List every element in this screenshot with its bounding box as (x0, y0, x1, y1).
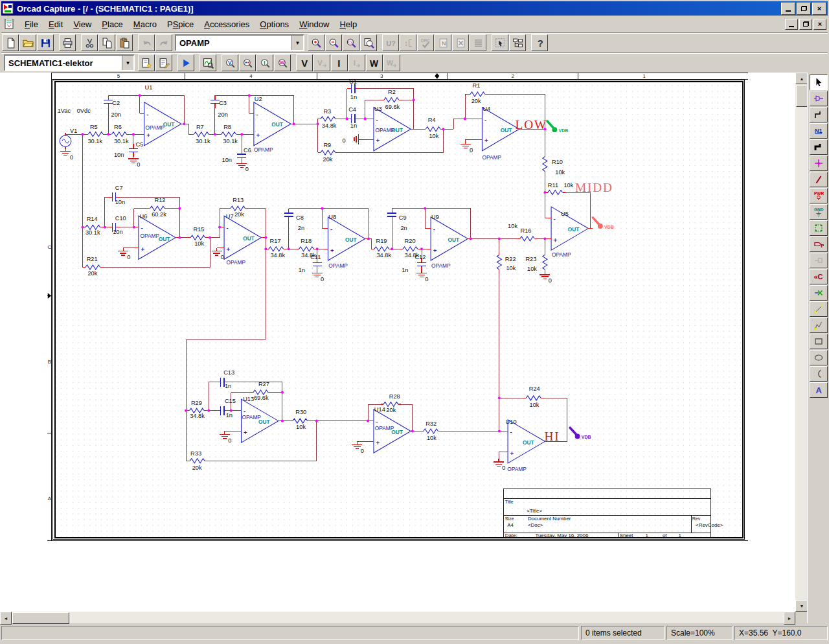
place-ground-tool[interactable]: GND (810, 204, 828, 220)
place-bus-tool[interactable] (810, 139, 828, 155)
place-rectangle-tool[interactable] (810, 334, 828, 349)
vertical-scrollbar[interactable]: ▲ ▼ (795, 73, 807, 612)
bias-voltage-button[interactable]: V (296, 54, 313, 71)
junction-dot (178, 207, 181, 210)
child-close-button[interactable]: × (813, 19, 826, 30)
place-junction-tool[interactable] (810, 155, 828, 171)
scroll-up-button[interactable]: ▲ (795, 73, 808, 84)
junction-dot (424, 207, 426, 210)
menu-macro[interactable]: Macro (128, 17, 162, 31)
place-ellipse-tool[interactable] (810, 350, 828, 365)
bias-power-button[interactable]: W (366, 54, 383, 71)
restore-button[interactable] (797, 3, 811, 15)
bias-current-button[interactable]: I (331, 54, 348, 71)
place-hier-block-tool[interactable] (810, 220, 828, 236)
menu-edit[interactable]: Edit (43, 17, 68, 31)
junction-dot (139, 94, 141, 97)
place-bus-entry-tool[interactable] (810, 172, 828, 187)
Vd-icon: V (317, 58, 328, 69)
zoom-all-button[interactable] (360, 34, 377, 51)
junction-dot (264, 247, 267, 250)
menu-help[interactable]: Help (334, 17, 362, 31)
child-minimize-button[interactable] (785, 19, 798, 30)
print-icon (62, 38, 73, 49)
menu-pspice[interactable]: PSpice (162, 17, 199, 31)
place-power-tool[interactable]: PWR (810, 188, 828, 203)
copy-button[interactable] (98, 34, 115, 51)
part-combobox-dropdown-icon[interactable]: ▼ (291, 36, 303, 50)
menu-file[interactable]: File (19, 17, 43, 31)
scroll-down-button[interactable]: ▼ (795, 600, 808, 612)
status-selection: 0 items selected (581, 626, 664, 640)
minimize-button[interactable] (781, 3, 795, 15)
save-button[interactable] (37, 34, 54, 51)
child-restore-button[interactable] (799, 19, 812, 30)
junction-dot (464, 117, 466, 120)
close-button[interactable]: × (812, 3, 826, 15)
horizontal-scrollbar[interactable]: ◄ ► (0, 612, 795, 623)
part-combobox[interactable]: OPAMP▼ (175, 34, 304, 51)
view-sim-results-button[interactable] (199, 54, 216, 71)
place-line-tool[interactable] (810, 301, 828, 317)
place-no-connect-tool[interactable] (810, 285, 828, 301)
junction-dot (498, 430, 501, 432)
place-wire-tool[interactable] (810, 107, 828, 122)
voltage-marker-button[interactable]: V (221, 54, 238, 71)
schematic-combobox-dropdown-icon[interactable]: ▼ (122, 56, 133, 70)
edit-sim-profile-button[interactable] (155, 54, 172, 71)
run-pspice-button[interactable] (177, 54, 194, 71)
print-button[interactable] (59, 34, 76, 51)
current-marker-button[interactable]: I (256, 54, 273, 71)
horizontal-scroll-thumb[interactable] (12, 612, 69, 624)
svg-text:20k: 20k (323, 156, 333, 163)
menu-options[interactable]: Options (255, 17, 294, 31)
status-message (1, 626, 579, 640)
place-off-page-tool[interactable]: «C (810, 269, 828, 284)
help-button[interactable]: ? (531, 34, 548, 51)
svg-text:30.1k: 30.1k (114, 138, 129, 144)
power-marker-button[interactable]: W (274, 54, 291, 71)
place-net-alias-tool[interactable]: N1 (810, 123, 828, 139)
zoom-in-button[interactable] (308, 34, 324, 51)
cut-button[interactable] (81, 34, 98, 51)
paste-button[interactable] (116, 34, 133, 51)
schematic-canvas[interactable]: 54321CBATitle<Title>SizeA4Document Numbe… (0, 73, 795, 612)
zoom-area-button[interactable] (343, 34, 359, 51)
scroll-right-button[interactable]: ► (784, 612, 795, 625)
svg-text:R2: R2 (388, 89, 396, 95)
svg-text:R21: R21 (87, 256, 98, 262)
open-button[interactable] (19, 34, 36, 51)
svg-text:C2: C2 (112, 100, 120, 106)
place-polyline-tool[interactable] (810, 317, 828, 333)
place-text-tool[interactable]: A (810, 382, 828, 398)
vertical-scroll-thumb[interactable] (796, 85, 808, 107)
svg-text:GND: GND (814, 207, 824, 212)
voltage-diff-marker-button[interactable] (239, 54, 256, 71)
place-arc-tool[interactable] (810, 366, 828, 382)
place-part-tool[interactable] (810, 91, 828, 106)
snap-to-grid-button[interactable] (492, 34, 508, 51)
menu-place[interactable]: Place (97, 17, 128, 31)
scroll-left-button[interactable]: ◄ (0, 612, 12, 625)
hierarchy-button[interactable] (509, 34, 526, 51)
new-button[interactable] (2, 34, 19, 51)
svg-text:0: 0 (221, 254, 224, 260)
schematic-combobox[interactable]: SCHEMATIC1-elektor▼ (4, 54, 135, 71)
tool-palette: N1PWRGNDP«CA (807, 73, 829, 623)
menu-view[interactable]: View (68, 17, 97, 31)
zoom-out-button[interactable] (325, 34, 342, 51)
menu-window[interactable]: Window (294, 17, 334, 31)
svg-text:0Vdc: 0Vdc (77, 108, 91, 114)
schematic-page[interactable]: 54321CBATitle<Title>SizeA4Document Numbe… (0, 73, 795, 612)
place-port-tool[interactable]: P (810, 236, 828, 252)
select-tool[interactable] (810, 75, 828, 90)
svg-text:B: B (48, 359, 51, 365)
svg-text:34.8k: 34.8k (270, 252, 285, 259)
new-sim-profile-button[interactable] (138, 54, 155, 71)
menu-accessories[interactable]: Accessories (199, 17, 255, 31)
netlist-button: N (435, 34, 451, 51)
svg-text:OUT: OUT (159, 236, 171, 242)
svg-text:R9: R9 (323, 142, 331, 148)
svg-text:10k: 10k (427, 435, 437, 441)
svg-text:-: - (146, 111, 148, 118)
